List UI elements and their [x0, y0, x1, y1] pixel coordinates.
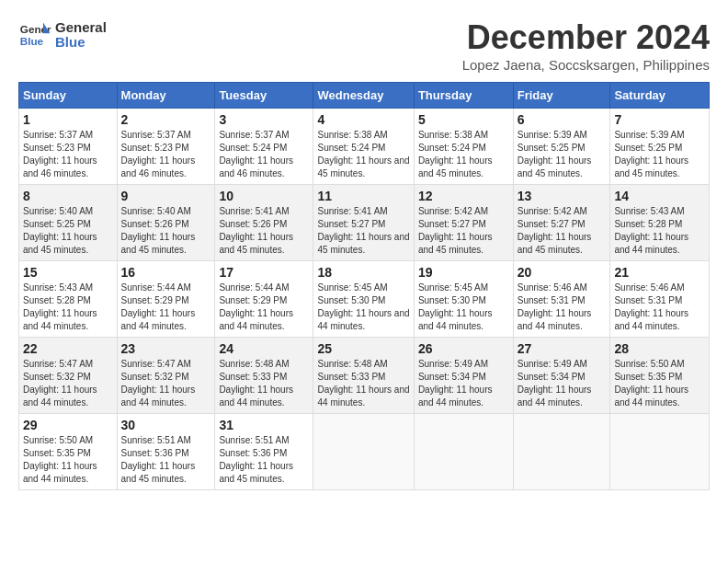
svg-text:Blue: Blue [20, 35, 44, 47]
day-number: 25 [317, 341, 409, 356]
day-number: 29 [23, 418, 113, 432]
day-info: Sunrise: 5:45 AM Sunset: 5:30 PM Dayligh… [418, 282, 509, 333]
day-info: Sunrise: 5:51 AM Sunset: 5:36 PM Dayligh… [219, 434, 309, 486]
day-info: Sunrise: 5:44 AM Sunset: 5:29 PM Dayligh… [219, 282, 309, 333]
day-info: Sunrise: 5:47 AM Sunset: 5:32 PM Dayligh… [23, 358, 113, 409]
logo: General Blue General Blue [18, 18, 107, 52]
week-row-4: 22 Sunrise: 5:47 AM Sunset: 5:32 PM Dayl… [19, 338, 710, 414]
calendar-cell: 20 Sunrise: 5:46 AM Sunset: 5:31 PM Dayl… [513, 261, 610, 338]
month-title: December 2024 [462, 18, 710, 57]
weekday-header-saturday: Saturday [610, 83, 710, 109]
day-number: 22 [23, 341, 113, 356]
calendar-cell [513, 414, 610, 490]
calendar-cell: 30 Sunrise: 5:51 AM Sunset: 5:36 PM Dayl… [117, 414, 215, 490]
day-number: 26 [418, 341, 509, 356]
day-number: 6 [518, 112, 607, 127]
calendar-cell: 15 Sunrise: 5:43 AM Sunset: 5:28 PM Dayl… [19, 261, 118, 338]
calendar-cell: 16 Sunrise: 5:44 AM Sunset: 5:29 PM Dayl… [117, 261, 215, 338]
day-info: Sunrise: 5:51 AM Sunset: 5:36 PM Dayligh… [121, 434, 211, 486]
title-block: December 2024 Lopez Jaena, Soccsksargen,… [462, 18, 710, 73]
calendar-cell: 27 Sunrise: 5:49 AM Sunset: 5:34 PM Dayl… [513, 338, 610, 414]
calendar-cell: 1 Sunrise: 5:37 AM Sunset: 5:23 PM Dayli… [19, 109, 118, 185]
day-number: 14 [614, 189, 705, 203]
logo-icon: General Blue [18, 18, 51, 52]
day-info: Sunrise: 5:42 AM Sunset: 5:27 PM Dayligh… [418, 205, 509, 257]
day-info: Sunrise: 5:46 AM Sunset: 5:31 PM Dayligh… [614, 282, 705, 333]
day-info: Sunrise: 5:37 AM Sunset: 5:23 PM Dayligh… [121, 129, 211, 180]
calendar-cell: 28 Sunrise: 5:50 AM Sunset: 5:35 PM Dayl… [610, 338, 710, 414]
day-number: 23 [121, 341, 211, 356]
week-row-2: 8 Sunrise: 5:40 AM Sunset: 5:25 PM Dayli… [19, 185, 710, 261]
calendar-cell: 10 Sunrise: 5:41 AM Sunset: 5:26 PM Dayl… [215, 185, 313, 261]
calendar-cell: 29 Sunrise: 5:50 AM Sunset: 5:35 PM Dayl… [19, 414, 118, 490]
day-number: 2 [121, 112, 211, 127]
day-number: 12 [418, 189, 509, 203]
calendar-cell: 8 Sunrise: 5:40 AM Sunset: 5:25 PM Dayli… [19, 185, 118, 261]
weekday-header-friday: Friday [513, 83, 610, 109]
calendar-cell: 26 Sunrise: 5:49 AM Sunset: 5:34 PM Dayl… [414, 338, 513, 414]
weekday-header-sunday: Sunday [19, 83, 118, 109]
weekday-header-thursday: Thursday [414, 83, 513, 109]
day-number: 11 [317, 189, 409, 203]
week-row-3: 15 Sunrise: 5:43 AM Sunset: 5:28 PM Dayl… [19, 261, 710, 338]
location: Lopez Jaena, Soccsksargen, Philippines [462, 57, 710, 73]
day-info: Sunrise: 5:44 AM Sunset: 5:29 PM Dayligh… [121, 282, 211, 333]
day-number: 13 [518, 189, 607, 203]
day-number: 10 [219, 189, 309, 203]
calendar-cell: 7 Sunrise: 5:39 AM Sunset: 5:25 PM Dayli… [610, 109, 710, 185]
day-number: 24 [219, 341, 309, 356]
day-info: Sunrise: 5:42 AM Sunset: 5:27 PM Dayligh… [518, 205, 607, 257]
day-number: 1 [23, 112, 113, 127]
day-info: Sunrise: 5:48 AM Sunset: 5:33 PM Dayligh… [317, 358, 409, 409]
weekday-header-wednesday: Wednesday [313, 83, 414, 109]
day-info: Sunrise: 5:40 AM Sunset: 5:25 PM Dayligh… [23, 205, 113, 257]
day-info: Sunrise: 5:46 AM Sunset: 5:31 PM Dayligh… [518, 282, 607, 333]
week-row-5: 29 Sunrise: 5:50 AM Sunset: 5:35 PM Dayl… [19, 414, 710, 490]
logo-blue: Blue [55, 35, 107, 51]
weekday-header-tuesday: Tuesday [215, 83, 313, 109]
day-info: Sunrise: 5:43 AM Sunset: 5:28 PM Dayligh… [23, 282, 113, 333]
calendar-cell [313, 414, 414, 490]
day-info: Sunrise: 5:38 AM Sunset: 5:24 PM Dayligh… [418, 129, 509, 180]
day-info: Sunrise: 5:38 AM Sunset: 5:24 PM Dayligh… [317, 129, 409, 180]
calendar-cell: 6 Sunrise: 5:39 AM Sunset: 5:25 PM Dayli… [513, 109, 610, 185]
day-info: Sunrise: 5:37 AM Sunset: 5:23 PM Dayligh… [23, 129, 113, 180]
calendar-cell: 14 Sunrise: 5:43 AM Sunset: 5:28 PM Dayl… [610, 185, 710, 261]
day-number: 18 [317, 265, 409, 280]
day-number: 19 [418, 265, 509, 280]
day-info: Sunrise: 5:47 AM Sunset: 5:32 PM Dayligh… [121, 358, 211, 409]
day-info: Sunrise: 5:40 AM Sunset: 5:26 PM Dayligh… [121, 205, 211, 257]
day-number: 17 [219, 265, 309, 280]
calendar-cell: 25 Sunrise: 5:48 AM Sunset: 5:33 PM Dayl… [313, 338, 414, 414]
calendar-cell: 17 Sunrise: 5:44 AM Sunset: 5:29 PM Dayl… [215, 261, 313, 338]
day-number: 7 [614, 112, 705, 127]
day-info: Sunrise: 5:45 AM Sunset: 5:30 PM Dayligh… [317, 282, 409, 333]
calendar-cell: 31 Sunrise: 5:51 AM Sunset: 5:36 PM Dayl… [215, 414, 313, 490]
day-number: 30 [121, 418, 211, 432]
day-number: 27 [518, 341, 607, 356]
day-number: 16 [121, 265, 211, 280]
calendar-cell: 24 Sunrise: 5:48 AM Sunset: 5:33 PM Dayl… [215, 338, 313, 414]
calendar-cell: 13 Sunrise: 5:42 AM Sunset: 5:27 PM Dayl… [513, 185, 610, 261]
day-info: Sunrise: 5:37 AM Sunset: 5:24 PM Dayligh… [219, 129, 309, 180]
week-row-1: 1 Sunrise: 5:37 AM Sunset: 5:23 PM Dayli… [19, 109, 710, 185]
calendar-cell [414, 414, 513, 490]
calendar-table: SundayMondayTuesdayWednesdayThursdayFrid… [18, 82, 710, 490]
day-info: Sunrise: 5:41 AM Sunset: 5:26 PM Dayligh… [219, 205, 309, 257]
day-info: Sunrise: 5:48 AM Sunset: 5:33 PM Dayligh… [219, 358, 309, 409]
day-info: Sunrise: 5:43 AM Sunset: 5:28 PM Dayligh… [614, 205, 705, 257]
weekday-header-row: SundayMondayTuesdayWednesdayThursdayFrid… [19, 83, 710, 109]
calendar-cell: 18 Sunrise: 5:45 AM Sunset: 5:30 PM Dayl… [313, 261, 414, 338]
weekday-header-monday: Monday [117, 83, 215, 109]
calendar-cell: 4 Sunrise: 5:38 AM Sunset: 5:24 PM Dayli… [313, 109, 414, 185]
calendar-cell: 21 Sunrise: 5:46 AM Sunset: 5:31 PM Dayl… [610, 261, 710, 338]
day-number: 8 [23, 189, 113, 203]
day-number: 9 [121, 189, 211, 203]
day-info: Sunrise: 5:39 AM Sunset: 5:25 PM Dayligh… [614, 129, 705, 180]
logo-general: General [55, 20, 107, 36]
calendar-cell: 19 Sunrise: 5:45 AM Sunset: 5:30 PM Dayl… [414, 261, 513, 338]
calendar-cell: 23 Sunrise: 5:47 AM Sunset: 5:32 PM Dayl… [117, 338, 215, 414]
day-info: Sunrise: 5:39 AM Sunset: 5:25 PM Dayligh… [518, 129, 607, 180]
day-info: Sunrise: 5:50 AM Sunset: 5:35 PM Dayligh… [614, 358, 705, 409]
calendar-cell: 2 Sunrise: 5:37 AM Sunset: 5:23 PM Dayli… [117, 109, 215, 185]
